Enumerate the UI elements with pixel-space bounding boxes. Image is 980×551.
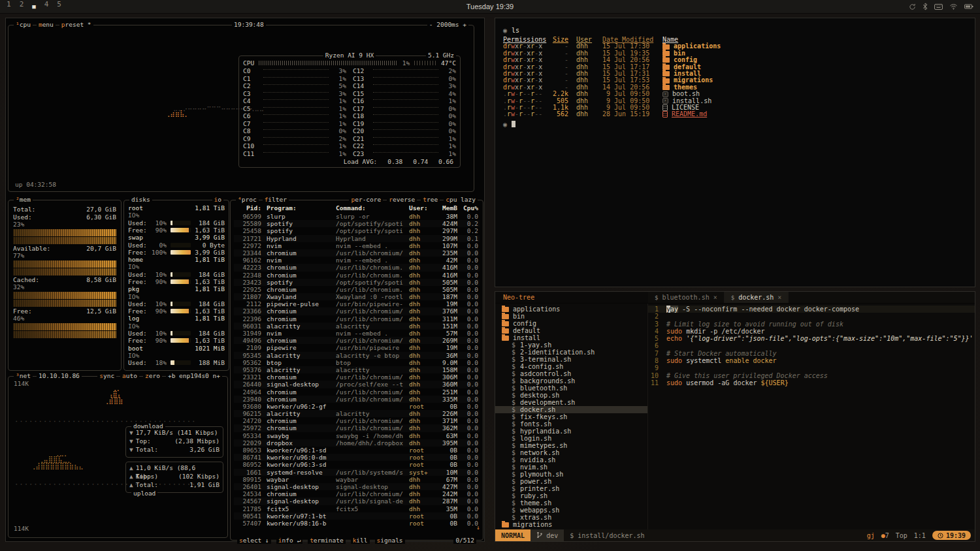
net-zero-toggle[interactable]: zero (143, 372, 162, 379)
process-row[interactable]: 23940chromium/usr/lib/chromium/dhh335M0.… (234, 396, 480, 403)
process-row[interactable]: 21721HyprlandHyprlanddhh299M0.1 (234, 235, 480, 242)
menu-button[interactable]: menu (37, 21, 56, 28)
process-row[interactable]: 26401signal-desktopsignal-desktopdhh427M… (234, 483, 480, 490)
battery-icon[interactable] (964, 4, 973, 9)
net-sync-toggle[interactable]: sync (97, 372, 116, 379)
process-row[interactable]: 96215alacrittyalacrittydhh226M0.0 (234, 410, 480, 417)
process-row[interactable]: 2109pipewire/usr/bin/pipewiredhh19M0.0 (234, 344, 480, 351)
code-line-6[interactable]: 6 (648, 342, 975, 349)
process-row[interactable]: 31949nvimnvim --embed .dhh57M0.0 (234, 330, 480, 337)
code-line-4[interactable]: 4sudo mkdir -p /etc/docker (648, 328, 975, 335)
tree-item-plymouth.sh[interactable]: $plymouth.sh (495, 471, 647, 478)
code-editor[interactable]: 1yay -S --noconfirm --needed docker dock… (648, 304, 975, 529)
process-row[interactable]: 25458spotify/opt/spotify/spotidhh297M0.2 (234, 227, 480, 234)
process-row[interactable]: 22925chromium/usr/lib/chromium.dhh505M0.… (234, 286, 480, 293)
tree-item-config[interactable]: config (495, 320, 647, 327)
process-row[interactable]: 57407kworker/u98:16-broot0B0.0 (234, 520, 480, 527)
process-row[interactable]: 22972nvimnvim --embed .dhh107M0.0 (234, 242, 480, 249)
tree-item-printer.sh[interactable]: $printer.sh (495, 485, 647, 492)
proc-action-terminate[interactable]: terminate (308, 537, 346, 544)
code-line-3[interactable]: 3# Limit log size to avoid running out o… (648, 321, 975, 328)
bluetooth-icon[interactable] (923, 3, 928, 10)
process-row[interactable]: 93680kworker/u96:2-gfroot0B0.0 (234, 403, 480, 410)
tree-item-migrations[interactable]: migrations (495, 521, 647, 528)
tree-item-bluetooth.sh[interactable]: $bluetooth.sh (495, 385, 647, 392)
tree-item-bin[interactable]: bin (495, 313, 647, 320)
tree-item-webapps.sh[interactable]: $webapps.sh (495, 507, 647, 514)
process-row[interactable]: 49496chromium/usr/lib/chromium/dhh269M0.… (234, 337, 480, 344)
process-row[interactable]: 23423spotify/opt/spotify/spotidhh505M0.0 (234, 279, 480, 286)
filter-button[interactable]: filter (263, 196, 289, 203)
code-line-1[interactable]: 1yay -S --noconfirm --needed docker dock… (648, 306, 975, 313)
process-row[interactable]: 22348chromium/usr/lib/chromium.dhh416M0.… (234, 272, 480, 279)
tree-item-4-config.sh[interactable]: $4-config.sh (495, 363, 647, 370)
update-interval-control[interactable]: - 2000ms + (427, 21, 468, 28)
process-row[interactable]: 25589spotify/opt/spotify/spotidhh424M0.2 (234, 220, 480, 227)
tab-bluetooth.sh[interactable]: $bluetooth.sh× (648, 292, 725, 303)
proc-action-info[interactable]: info ↵ (276, 537, 302, 544)
code-line-9[interactable]: 9 (648, 364, 975, 371)
tree-item-install[interactable]: install (495, 334, 647, 341)
process-row[interactable]: 89915waybarwaybardhh67M0.0 (234, 476, 480, 483)
net-panel-toggle[interactable]: ³net (14, 372, 33, 379)
scroll-down-indicator[interactable]: ↓ (476, 524, 480, 531)
code-line-7[interactable]: 7# Start Docker automatically (648, 350, 975, 357)
terminal-window[interactable]: ◉ ls PermissionsSizeUserDate ModifiedNam… (495, 18, 975, 287)
process-row[interactable]: 86952kworker/u96:3-sdroot0B0.0 (234, 461, 480, 468)
process-row[interactable]: 22029dropbox/home/dhh/.dropboxdhh395M0.0 (234, 439, 480, 447)
tree-item-ruby.sh[interactable]: $ruby.sh (495, 492, 647, 499)
workspace-1[interactable]: 1 (7, 0, 11, 14)
process-row[interactable]: 1661systemd-resolve/usr/lib/systemd/ssys… (234, 469, 480, 476)
keyboard-icon[interactable] (934, 4, 943, 10)
cpu-panel-toggle[interactable]: ¹cpu (14, 21, 33, 28)
process-row[interactable]: 89653kworker/u96:1-sdroot0B0.0 (234, 447, 480, 454)
process-row[interactable]: 23366chromium/usr/lib/chromium/dhh376M0.… (234, 307, 480, 315)
tree-item-docker.sh[interactable]: $docker.sh (495, 406, 647, 413)
tab-docker.sh[interactable]: $docker.sh× (725, 292, 789, 303)
process-row[interactable]: 96162nvimnvim --embed .dhh42M0.0 (234, 257, 480, 264)
net-interface-selector[interactable]: +b enp194s0 n+ (166, 372, 222, 379)
process-row[interactable]: 22396chromium/usr/lib/chromium/dhh311M0.… (234, 315, 480, 323)
tree-item-applications[interactable]: applications (495, 306, 647, 313)
preset-button[interactable]: preset * (59, 21, 93, 28)
process-row[interactable]: 95362btopbtopdhh9.0M0.0 (234, 359, 480, 366)
code-line-5[interactable]: 5echo '{"log-driver":"json-file","log-op… (648, 335, 975, 342)
reverse-toggle[interactable]: reverse (387, 196, 417, 203)
btop-window[interactable]: ¹cpumenupreset * 19:39:48 - 2000ms + ⠤⠤⠔… (5, 18, 485, 542)
process-row[interactable]: 90541kworker/u97:1-btroot0B0.0 (234, 512, 480, 520)
process-row[interactable]: 86741kworker/u96:0-dmroot0B0.0 (234, 454, 480, 461)
tree-toggle[interactable]: tree (421, 196, 440, 203)
tree-item-1-yay.sh[interactable]: $1-yay.sh (495, 341, 647, 349)
tree-item-login.sh[interactable]: $login.sh (495, 435, 647, 442)
tree-item-desktop.sh[interactable]: $desktop.sh (495, 392, 647, 399)
tree-item-asdcontrol.sh[interactable]: $asdcontrol.sh (495, 370, 647, 377)
tree-item-power.sh[interactable]: $power.sh (495, 478, 647, 485)
wifi-icon[interactable] (949, 3, 958, 10)
process-row[interactable]: 25972chromium/usr/lib/chromium/dhh362M0.… (234, 424, 480, 432)
process-row[interactable]: 24964chromium/usr/lib/chromium/dhh251M0.… (234, 388, 480, 396)
proc-action-select[interactable]: select ↓ (237, 537, 271, 544)
process-row[interactable]: 95334swaybgswaybg -i /home/dhdhh63M0.0 (234, 432, 480, 439)
process-row[interactable]: 24720chromium/usr/lib/chromium/dhh371M0.… (234, 417, 480, 424)
tree-item-default[interactable]: default (495, 327, 647, 334)
per-core-toggle[interactable]: per-core (349, 196, 383, 203)
process-row[interactable]: 96031alacrittyalacrittydhh151M0.0 (234, 323, 480, 330)
proc-action-signals[interactable]: signals (375, 537, 405, 544)
process-row[interactable]: 24567signal-desktop/usr/lib/signal-dedhh… (234, 497, 480, 505)
process-row[interactable]: 96599slurpslurp -ordhh38M0.0 (234, 213, 480, 220)
tree-item-mimetypes.sh[interactable]: $mimetypes.sh (495, 442, 647, 449)
process-row[interactable]: 21807XwaylandXwayland :0 -rootldhh187M0.… (234, 293, 480, 300)
mem-panel-toggle[interactable]: ²mem (14, 196, 33, 203)
code-line-10[interactable]: 10# Give this user privileged Docker acc… (648, 372, 975, 379)
process-row[interactable]: 42223chromium/usr/lib/chromium.dhh416M0.… (234, 264, 480, 271)
code-line-11[interactable]: 11sudo usermod -aG docker ${USER} (648, 379, 975, 386)
process-row[interactable]: 24534chromium/usr/lib/chromium/dhh242M0.… (234, 490, 480, 497)
process-row[interactable]: 2112pipewire-pulse/usr/bin/pipewire-dhh1… (234, 300, 480, 307)
process-row[interactable]: 26440signal-desktop/proc/self/exe --tdhh… (234, 381, 480, 388)
proc-action-kill[interactable]: kill (351, 537, 370, 544)
proc-panel-toggle[interactable]: ⁴proc (236, 196, 259, 203)
tree-item-network.sh[interactable]: $network.sh (495, 449, 647, 456)
workspace-3[interactable]: ■ (32, 0, 35, 14)
update-icon[interactable] (909, 3, 916, 10)
tree-item-development.sh[interactable]: $development.sh (495, 399, 647, 406)
